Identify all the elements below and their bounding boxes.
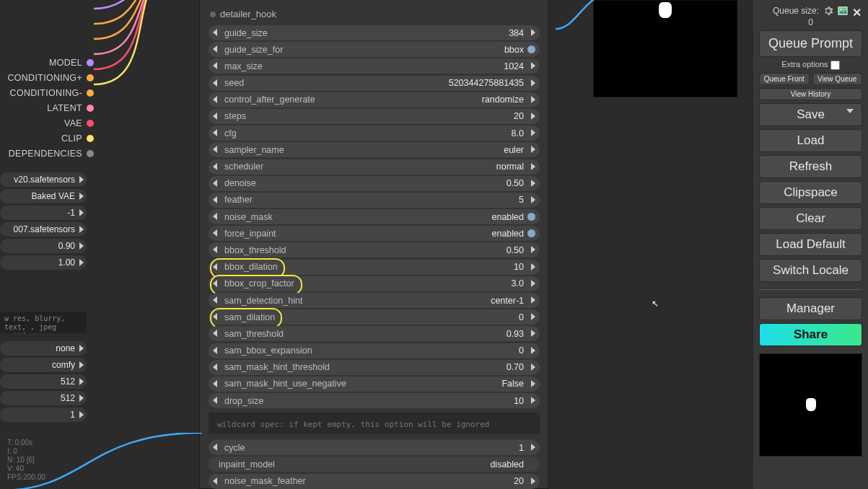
param-scheduler[interactable]: schedulernormal xyxy=(209,159,540,175)
view-queue-button[interactable]: View Queue xyxy=(812,73,863,85)
param-denoise[interactable]: denoise0.50 xyxy=(209,176,540,191)
chevron-left-icon[interactable] xyxy=(213,296,217,304)
extra-options[interactable]: Extra options xyxy=(759,60,862,70)
save-button[interactable]: Save xyxy=(759,103,862,126)
chevron-left-icon[interactable] xyxy=(213,62,217,69)
param-noise-mask-feather[interactable]: noise_mask_feather20 xyxy=(209,474,540,489)
toggle-icon[interactable] xyxy=(527,229,535,237)
chevron-left-icon[interactable] xyxy=(213,364,217,371)
chevron-left-icon[interactable] xyxy=(213,96,217,103)
chevron-right-icon[interactable] xyxy=(531,113,535,120)
image-icon[interactable] xyxy=(838,6,848,16)
widget-row[interactable]: 1 xyxy=(0,408,87,422)
load-default-button[interactable]: Load Default xyxy=(759,233,862,256)
param-value[interactable]: bbox xyxy=(504,45,524,55)
clear-button[interactable]: Clear xyxy=(759,207,862,230)
switch-locale-button[interactable]: Switch Locale xyxy=(759,259,862,282)
param-value[interactable]: 10 xyxy=(514,396,524,406)
queue-prompt-button[interactable]: Queue Prompt xyxy=(759,30,862,57)
param-sampler-name[interactable]: sampler_nameeuler xyxy=(209,142,540,157)
chevron-left-icon[interactable] xyxy=(213,129,217,136)
prompt-textarea[interactable]: w res, blurry, text, , jpeg artifacts, xyxy=(0,312,87,333)
load-button[interactable]: Load xyxy=(759,129,862,152)
param-max-size[interactable]: max_size1024 xyxy=(209,58,540,74)
chevron-left-icon[interactable] xyxy=(213,313,217,320)
chevron-right-icon[interactable] xyxy=(531,296,535,304)
param-sam-threshold[interactable]: sam_threshold0.93 xyxy=(209,326,540,341)
param-steps[interactable]: steps20 xyxy=(209,109,540,124)
wildcard-textarea[interactable]: wildcard spec: if kept empty, this optio… xyxy=(209,413,540,434)
detailer-node[interactable]: detailer_hook guide_size384guide_size_fo… xyxy=(199,0,549,489)
chevron-left-icon[interactable] xyxy=(213,113,217,120)
chevron-right-icon[interactable] xyxy=(531,444,535,451)
param-value[interactable]: normal xyxy=(496,162,524,172)
param-value[interactable]: 8.0 xyxy=(512,128,524,138)
chevron-right-icon[interactable] xyxy=(531,96,535,103)
chevron-right-icon[interactable] xyxy=(531,380,535,387)
close-icon[interactable]: ✕ xyxy=(852,6,862,16)
param-value[interactable]: 0.70 xyxy=(507,362,524,372)
chevron-left-icon[interactable] xyxy=(213,330,217,337)
chevron-right-icon[interactable] xyxy=(531,397,535,404)
param-value[interactable]: 20 xyxy=(514,111,524,121)
port-model[interactable]: MODEL xyxy=(0,55,94,70)
param-value[interactable]: 3.0 xyxy=(512,278,524,288)
chevron-left-icon[interactable] xyxy=(213,29,217,36)
param-cfg[interactable]: cfg8.0 xyxy=(209,125,540,141)
param-guide-size[interactable]: guide_size384 xyxy=(209,25,540,40)
widget-row[interactable]: none xyxy=(0,341,87,356)
toggle-icon[interactable] xyxy=(527,213,535,221)
param-bbox-crop-factor[interactable]: bbox_crop_factor3.0 xyxy=(209,276,540,291)
param-value[interactable]: 384 xyxy=(509,28,524,38)
chevron-left-icon[interactable] xyxy=(213,280,217,287)
refresh-button[interactable]: Refresh xyxy=(759,155,862,178)
chevron-right-icon[interactable] xyxy=(531,196,535,203)
chevron-left-icon[interactable] xyxy=(213,163,217,170)
param-feather[interactable]: feather5 xyxy=(209,193,540,208)
param-sam-mask-hint-threshold[interactable]: sam_mask_hint_threshold0.70 xyxy=(209,360,540,375)
widget-row[interactable]: 512 xyxy=(0,391,87,405)
chevron-left-icon[interactable] xyxy=(213,146,217,153)
chevron-right-icon[interactable] xyxy=(531,129,535,136)
param-inpaint-model[interactable]: inpaint_modeldisabled xyxy=(209,457,540,472)
param-force-inpaint[interactable]: force_inpaintenabled xyxy=(209,226,540,241)
port-vae[interactable]: VAE xyxy=(0,115,94,131)
chevron-right-icon[interactable] xyxy=(531,79,535,87)
param-value[interactable]: euler xyxy=(504,145,524,155)
share-button[interactable]: Share xyxy=(759,323,862,346)
manager-button[interactable]: Manager xyxy=(759,297,862,320)
port-clip[interactable]: CLIP xyxy=(0,131,94,146)
param-drop-size[interactable]: drop_size10 xyxy=(209,393,540,408)
port-conditioning-neg[interactable]: CONDITIONING- xyxy=(0,85,94,100)
port-dot-icon[interactable] xyxy=(210,12,216,17)
chevron-right-icon[interactable] xyxy=(531,180,535,187)
chevron-right-icon[interactable] xyxy=(531,246,535,253)
param-sam-detection-hint[interactable]: sam_detection_hintcenter-1 xyxy=(209,293,540,308)
chevron-left-icon[interactable] xyxy=(213,180,217,187)
clipspace-button[interactable]: Clipspace xyxy=(759,181,862,204)
preview-thumbnail[interactable] xyxy=(759,353,862,457)
param-control-after-generate[interactable]: control_after_generaterandomize xyxy=(209,92,540,107)
chevron-right-icon[interactable] xyxy=(531,330,535,337)
param-value[interactable]: disabled xyxy=(490,459,524,470)
view-history-button[interactable]: View History xyxy=(759,88,862,100)
param-sam-mask-hint-use-negative[interactable]: sam_mask_hint_use_negativeFalse xyxy=(209,376,540,392)
param-value[interactable]: 0.50 xyxy=(507,245,524,255)
queue-front-button[interactable]: Queue Front xyxy=(759,73,810,85)
chevron-down-icon[interactable] xyxy=(846,109,854,113)
port-dependencies[interactable]: DEPENDENCIES xyxy=(0,146,94,161)
param-value[interactable]: enabled xyxy=(492,229,525,239)
param-cycle[interactable]: cycle1 xyxy=(209,440,540,455)
param-value[interactable]: 0.93 xyxy=(507,329,524,339)
param-bbox-dilation[interactable]: bbox_dilation10 xyxy=(209,260,540,275)
preview-image-large[interactable] xyxy=(593,0,737,97)
chevron-right-icon[interactable] xyxy=(531,313,535,320)
param-value[interactable]: 5 xyxy=(519,195,524,205)
gear-icon[interactable] xyxy=(823,6,833,16)
widget-row[interactable]: -1 xyxy=(0,206,87,220)
chevron-left-icon[interactable] xyxy=(213,263,217,270)
widget-row[interactable]: 0.90 xyxy=(0,239,87,253)
port-latent[interactable]: LATENT xyxy=(0,100,94,115)
param-value[interactable]: randomize xyxy=(482,94,524,105)
chevron-right-icon[interactable] xyxy=(531,146,535,153)
